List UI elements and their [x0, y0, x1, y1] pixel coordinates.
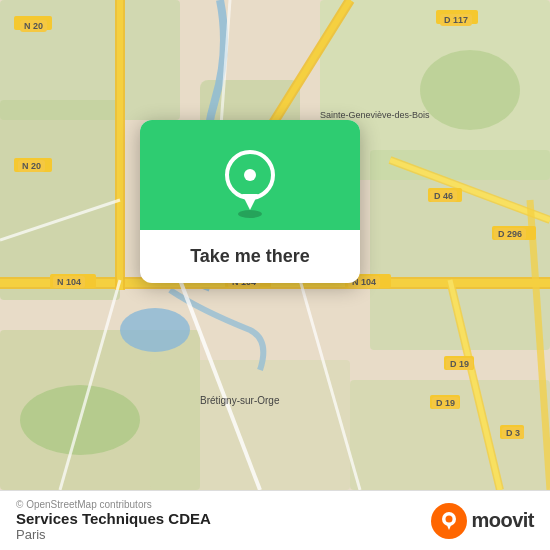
- place-name: Services Techniques CDEA: [16, 510, 211, 527]
- map-attribution: © OpenStreetMap contributors: [16, 499, 211, 510]
- svg-point-9: [420, 50, 520, 130]
- map-container: N 20 N 20 D 117 D 46 D 296 N 104 N 104 N…: [0, 0, 550, 490]
- road-label-d3: D 3: [502, 427, 524, 439]
- moovit-text: moovit: [471, 509, 534, 532]
- road-label-n20b: N 20: [18, 160, 45, 172]
- moovit-logo: moovit: [431, 503, 534, 539]
- svg-point-41: [446, 515, 453, 522]
- popup-card: Take me there: [140, 120, 360, 283]
- road-label-n20a: N 20: [20, 20, 47, 32]
- road-label-d19a: D 19: [446, 358, 473, 370]
- svg-marker-40: [446, 523, 452, 530]
- moovit-pin-icon: [438, 510, 460, 532]
- road-label-d296: D 296: [494, 228, 526, 240]
- town-label-bretigny: Brétigny-sur-Orge: [200, 395, 279, 406]
- popup-header: [140, 120, 360, 230]
- location-pin-circle: [225, 150, 275, 200]
- road-label-d117: D 117: [440, 14, 472, 26]
- bottom-left: © OpenStreetMap contributors Services Te…: [16, 499, 211, 542]
- location-pin-dot: [244, 169, 256, 181]
- pin-shadow: [238, 210, 262, 218]
- svg-rect-15: [117, 0, 123, 290]
- road-label-n104c: N 104: [53, 276, 85, 288]
- town-label-sainte-genevieve: Sainte-Geneviève-des-Bois: [320, 110, 430, 120]
- location-pin-tail: [242, 194, 258, 210]
- svg-rect-2: [0, 100, 120, 300]
- popup-body: Take me there: [140, 230, 360, 283]
- road-label-d19b: D 19: [432, 397, 459, 409]
- take-me-there-button[interactable]: Take me there: [160, 246, 340, 267]
- road-label-d46: D 46: [430, 190, 457, 202]
- svg-rect-7: [150, 360, 350, 490]
- pin-wrapper: [225, 150, 275, 200]
- moovit-icon: [431, 503, 467, 539]
- svg-point-11: [120, 308, 190, 352]
- bottom-bar: © OpenStreetMap contributors Services Te…: [0, 490, 550, 550]
- place-city: Paris: [16, 527, 211, 542]
